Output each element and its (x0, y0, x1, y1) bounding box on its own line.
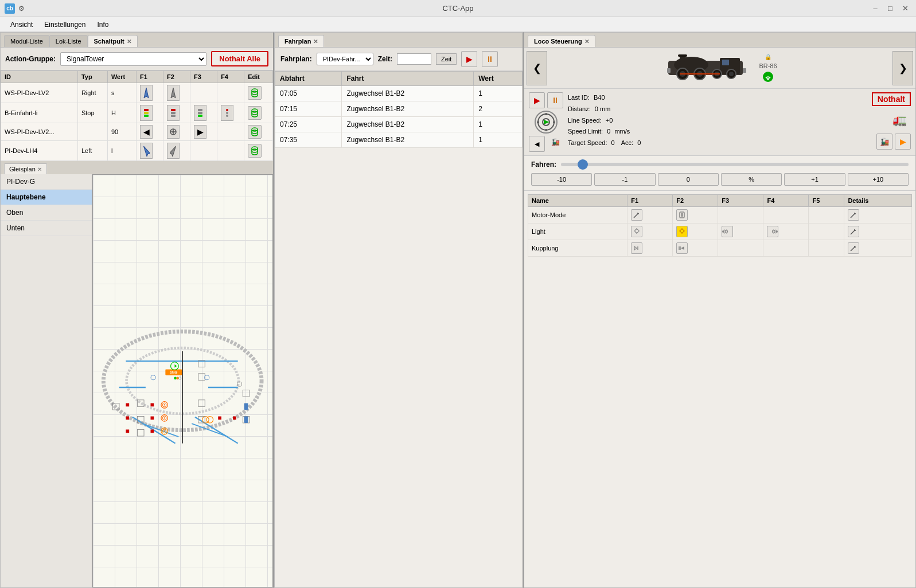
line-speed-label: Line Speed: (568, 117, 602, 124)
action-group-select[interactable]: SignalTower (60, 52, 206, 66)
fahrplan-tab-close[interactable]: ✕ (313, 38, 318, 45)
row-f3 (190, 83, 217, 103)
tab-lok-liste[interactable]: Lok-Liste (49, 35, 88, 47)
func-details (844, 207, 912, 224)
fahrplan-row[interactable]: 07:15 Zugwechsel B1-B2 2 (275, 101, 523, 117)
loco-prev-button[interactable]: ❮ (527, 51, 547, 85)
light-f3-icon[interactable] (722, 226, 733, 237)
settings-icon[interactable]: ⚙ (18, 5, 25, 13)
loco-play-button[interactable]: ▶ (529, 92, 545, 108)
svg-rect-48 (198, 374, 205, 380)
fahrt-wert: 1 (474, 117, 523, 132)
sidebar-item-pi-dev-g[interactable]: PI-Dev-G (1, 174, 92, 190)
svg-rect-32 (126, 429, 129, 433)
row-f4 (217, 123, 244, 141)
fahrplan-row[interactable]: 07:25 Zugwechsel B1-B2 1 (275, 117, 523, 132)
menu-ansicht[interactable]: Ansicht (5, 19, 38, 30)
play-button[interactable]: ▶ (461, 51, 477, 67)
func-col-f3: F3 (718, 195, 763, 207)
acc-value: 0 (637, 139, 641, 146)
fahrplan-tab-bar: Fahrplan ✕ (275, 33, 523, 48)
loco-forward-button[interactable]: 🚂 (876, 134, 892, 150)
nothalt-alle-button[interactable]: Nothalt Alle (211, 51, 268, 66)
sidebar-item-unten[interactable]: Unten (1, 221, 92, 236)
speed-plus1-button[interactable]: +1 (784, 173, 845, 186)
sidebar-item-hauptebene[interactable]: Hauptebene (1, 190, 92, 205)
speed-slider[interactable] (561, 163, 909, 166)
gleisplan-section: Gleisplan ✕ PI-Dev-G Hauptebene Oben Unt… (1, 161, 273, 587)
row-edit (244, 123, 273, 141)
light-details-icon[interactable] (848, 226, 859, 237)
row-typ (77, 123, 107, 141)
close-button[interactable]: ✕ (899, 2, 911, 15)
motor-mode-f2-icon[interactable] (676, 209, 688, 221)
zeit-input[interactable] (397, 53, 431, 65)
svg-rect-28 (126, 417, 129, 420)
speed-plus10-button[interactable]: +10 (848, 173, 909, 186)
zeit-button[interactable]: Zeit (436, 53, 457, 65)
svg-marker-117 (681, 246, 684, 250)
maximize-button[interactable]: □ (884, 2, 896, 15)
svg-rect-57 (244, 403, 248, 410)
func-col-f4: F4 (763, 195, 809, 207)
kupplung-details-icon[interactable] (848, 242, 859, 254)
track-canvas[interactable]: BR-86 (92, 174, 273, 587)
svg-rect-81 (743, 68, 746, 73)
fahrplan-row[interactable]: 07:05 Zugwechsel B1-B2 1 (275, 86, 523, 101)
svg-point-63 (205, 375, 209, 380)
row-f2 (163, 123, 190, 141)
minimize-button[interactable]: – (869, 2, 882, 15)
table-row: B-Einfahrt-li Stop H (1, 103, 273, 123)
svg-point-46 (171, 362, 179, 370)
speed-minus1-button[interactable]: -1 (594, 173, 655, 186)
row-wert: H (107, 103, 136, 123)
loco-icon: 🔒 (765, 54, 771, 60)
svg-line-120 (851, 246, 855, 251)
loco-reverse-button[interactable]: ◀ (529, 136, 545, 152)
nothalt-button[interactable]: Nothalt (872, 92, 911, 106)
svg-point-36 (163, 404, 165, 405)
fahrplan-row[interactable]: 07:35 Zugwechsel B1-B2 1 (275, 132, 523, 148)
gleisplan-tab[interactable]: Gleisplan ✕ (4, 163, 47, 174)
pause-button[interactable]: ⏸ (482, 51, 498, 67)
loco-tab-close[interactable]: ✕ (584, 38, 589, 45)
tab-schaltpult[interactable]: Schaltpult ✕ (88, 35, 138, 47)
func-f1 (627, 240, 673, 257)
loco-small-icon: 🚂 (547, 136, 563, 148)
menu-einstellungen[interactable]: Einstellungen (38, 19, 91, 30)
tab-fahrplan[interactable]: Fahrplan ✕ (278, 35, 324, 47)
fahren-label: Fahren: (531, 160, 556, 168)
gleisplan-tab-close[interactable]: ✕ (37, 166, 42, 173)
last-id-value: B40 (594, 94, 605, 101)
light-f4-icon[interactable] (767, 226, 778, 237)
loco-pause-button[interactable]: ⏸ (547, 92, 563, 108)
speed-0-button[interactable]: 0 (658, 173, 719, 186)
schaltpult-tab-close[interactable]: ✕ (127, 38, 131, 45)
svg-point-61 (178, 377, 181, 380)
loco-play2-button[interactable]: ▶ (895, 134, 911, 150)
menubar: Ansicht Einstellungen Info (0, 17, 916, 32)
func-f2 (673, 240, 718, 257)
sidebar-item-oben[interactable]: Oben (1, 205, 92, 221)
svg-marker-115 (634, 246, 637, 250)
speed-percent-button[interactable]: % (721, 173, 782, 186)
speed-buttons: -10 -1 0 % +1 +10 (531, 173, 909, 186)
motor-mode-f1-icon[interactable] (631, 209, 642, 221)
row-id: PI-Dev-LH4 (1, 141, 78, 161)
tab-loco[interactable]: Loco Steuerung ✕ (528, 35, 595, 47)
speed-minus10-button[interactable]: -10 (531, 173, 592, 186)
tab-modul-liste[interactable]: Modul-Liste (4, 35, 49, 47)
func-col-name: Name (528, 195, 627, 207)
light-f1-icon[interactable] (631, 226, 642, 237)
light-f2-icon[interactable] (676, 226, 688, 237)
kupplung-f2-icon[interactable] (676, 242, 688, 254)
distanz-value: 0 mm (595, 105, 611, 112)
kupplung-f1-icon[interactable] (631, 242, 642, 254)
menu-info[interactable]: Info (91, 19, 114, 30)
motor-mode-details-icon[interactable] (848, 209, 859, 221)
main-container: Modul-Liste Lok-Liste Schaltpult ✕ Actio… (0, 32, 916, 588)
loco-next-button[interactable]: ❯ (892, 51, 913, 85)
table-row: WS-PI-Dev-LV2 Right s (1, 83, 273, 103)
fahrplan-select[interactable]: PIDev-Fahr... (317, 53, 373, 65)
col-wert: Wert (107, 71, 136, 83)
